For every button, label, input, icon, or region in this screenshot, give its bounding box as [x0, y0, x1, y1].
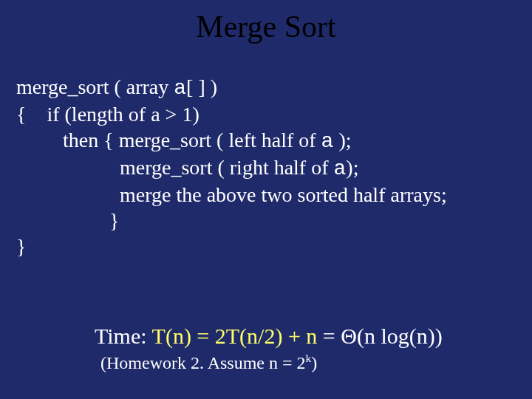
time-complexity-line: Time: T(n) = 2T(n/2) + n = Θ(n log(n)): [95, 324, 443, 349]
slide-title: Merge Sort: [0, 9, 532, 44]
code-line-3: then { merge_sort ( left half of a );: [16, 127, 447, 154]
time-lhs: T(n) =: [152, 324, 215, 348]
time-label: Time:: [95, 324, 152, 348]
code-line-4c: );: [346, 156, 358, 179]
code-line-2: { if (length of a > 1): [16, 101, 447, 127]
code-line-1c: [ ] ): [186, 75, 217, 98]
code-line-1: merge_sort ( array a[ ] ): [16, 74, 447, 101]
slide: Merge Sort merge_sort ( array a[ ] ) { i…: [0, 0, 532, 399]
code-line-6: }: [16, 208, 447, 233]
code-line-1a: merge_sort ( array: [16, 75, 174, 98]
code-line-3c: );: [333, 129, 351, 151]
time-rhs: = Θ(n log(n)): [317, 324, 442, 348]
code-line-7: }: [16, 233, 447, 259]
code-line-1-array: a: [174, 77, 186, 100]
code-line-4a: merge_sort ( right half of: [16, 156, 334, 179]
pseudocode-block: merge_sort ( array a[ ] ) { if (length o…: [16, 74, 447, 259]
code-line-3-array: a: [321, 130, 334, 153]
homework-text-b: ): [311, 353, 317, 372]
code-line-4-array: a: [334, 157, 347, 180]
homework-text-a: (Homework 2. Assume n = 2: [100, 353, 306, 372]
homework-line: (Homework 2. Assume n = 2k): [100, 353, 317, 373]
code-line-3a: then { merge_sort ( left half of: [16, 129, 321, 151]
code-line-4: merge_sort ( right half of a);: [16, 154, 447, 182]
code-line-5: merge the above two sorted half arrays;: [16, 182, 447, 208]
time-recurrence: 2T(n/2) + n: [215, 324, 318, 348]
